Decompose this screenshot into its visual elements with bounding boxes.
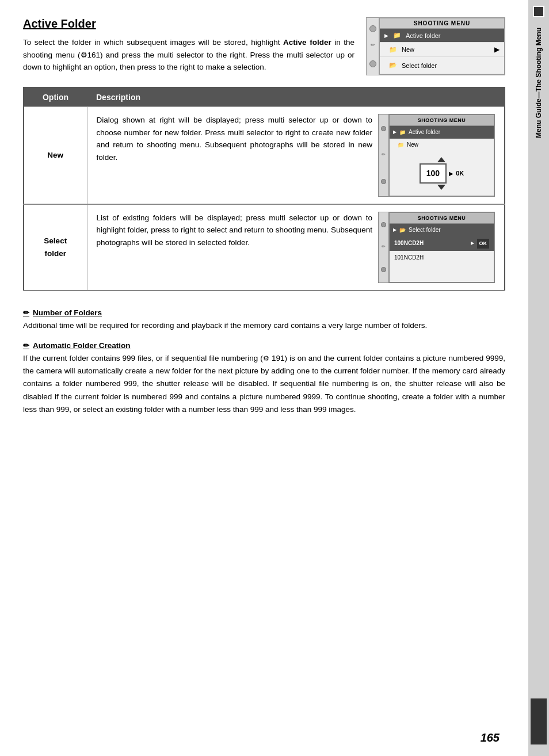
note-2-title: Automatic Folder Creation [33,341,131,350]
select-folder-icon: 📂 [389,62,397,69]
notes-section: ✏ Number of Folders Additional time will… [23,308,505,417]
side-circle-icon-2 [369,60,376,67]
intro-paragraph: To select the folder in which subsequent… [23,36,354,74]
select-camera-menu: SHOOTING MENU ▶ 📂 Select folder 100NCD2H… [388,212,495,283]
side-pencil-icon: ✏ [371,42,375,48]
settings-icon: ⚙ [81,51,87,59]
arrow-controls: 100 ▶ 0K [420,156,464,190]
new-folder-icon: 📁 [389,46,397,54]
page-title: Active Folder [23,17,354,30]
note-1-title: Number of Folders [33,308,102,317]
top-camera-menu-wrapper: ✏ SHOOTING MENU ▶ 📁 Active folder 📁 New … [366,17,505,75]
top-camera-menu: SHOOTING MENU ▶ 📁 Active folder 📁 New ▶ … [379,17,505,75]
top-menu-new-label: New [402,46,490,53]
small-side-icons-new: ✏ [378,114,388,197]
play-icon-2: ▶ [393,227,396,234]
small-dot-2 [381,179,386,184]
table-row-new: New Dialog shown at right will be displa… [24,107,505,204]
ref-num: 161 [87,51,101,59]
option-select-folder-description-cell: List of existing folders will be display… [87,204,505,291]
page-container: Active Folder To select the folder in wh… [0,0,549,756]
option-new-label: New [24,107,87,204]
folder-icon-small: 📁 [399,128,406,136]
small-dot-3 [381,222,386,227]
new-camera-menu-wrapper: ✏ SHOOTING MENU ▶ 📁 Active folder [378,114,495,197]
number-row: 100 ▶ 0K [420,163,464,183]
intro-text-1: To select the folder in which subsequent… [23,38,283,47]
note-automatic-folder: ✏ Automatic Folder Creation If the curre… [23,341,505,416]
select-menu-101ncd2h-row: 101NCD2H [390,251,494,265]
note-pencil-icon-1: ✏ [23,308,29,317]
note-1-header: ✏ Number of Folders [23,308,505,317]
note-1-text: Additional time will be required for rec… [23,319,505,332]
play-arrow-icon: ▶ [384,33,388,39]
top-section: Active Folder To select the folder in wh… [23,17,505,75]
select-cell-content: List of existing folders will be display… [97,212,495,283]
note-2-text: If the current folder contains 999 files… [23,352,505,416]
select-camera-menu-wrapper: ✏ SHOOTING MENU ▶ 📂 Select folder [378,212,495,283]
new-folder-icon-small: 📁 [398,141,404,149]
table-row-select-folder: Select folder List of existing folders w… [24,204,505,291]
settings-icon-note: ⚙ [263,354,269,362]
small-pencil-icon-2: ✏ [382,243,386,251]
note-2-header: ✏ Automatic Folder Creation [23,341,505,350]
small-side-icons-select: ✏ [378,212,388,283]
arrow-down-icon [437,185,445,190]
top-menu-active-folder-label: Active folder [406,32,500,39]
new-description-text: Dialog shown at right will be displayed;… [97,114,373,163]
right-sidebar: Menu Guide—The Shooting Menu [528,0,549,756]
sidebar-vertical-text: Menu Guide—The Shooting Menu [535,28,543,138]
top-menu-new-row: 📁 New ▶ [380,43,504,57]
folder-icon: 📁 [393,32,401,39]
select-menu-label: Select folder [409,226,441,235]
select-folder-menu-icon: 📂 [399,226,406,234]
page-number: 165 [481,731,500,744]
option-select-folder-label: Select folder [24,204,87,291]
number-display: 100 ▶ 0K [390,151,494,195]
table-header-row: Option Description [24,87,505,107]
top-menu-header: SHOOTING MENU [380,18,504,29]
top-menu-select-folder-label: Select folder [402,62,500,69]
folder-101: 101NCD2H [394,253,424,262]
right-arrow-icon: ▶ [494,45,500,54]
new-cell-content: Dialog shown at right will be displayed;… [97,114,495,197]
select-menu-100ncd2h-row: 100NCD2H ▶ OK [390,236,494,250]
options-table: Option Description New Dialog shown at r… [23,87,505,291]
top-menu-active-folder-row: ▶ 📁 Active folder [380,29,504,43]
menu-spacer [390,265,494,282]
small-pencil-icon: ✏ [382,151,386,159]
new-menu-active-folder-label: Active folder [409,128,440,137]
small-dot-4 [381,267,386,272]
main-content: Active Folder To select the folder in wh… [0,0,528,756]
select-menu-active-row: ▶ 📂 Select folder [390,224,494,236]
folder-100: 100NCD2H [394,239,468,248]
select-description-text: List of existing folders will be display… [97,212,373,249]
small-dot-1 [381,126,386,131]
note-pencil-icon-2: ✏ [23,341,29,350]
ok-select-label: OK [477,239,490,248]
new-menu-new-sub-row: 📁 New [390,139,494,151]
play-icon: ▶ [393,129,396,136]
arrow-right-number-icon: ▶ [449,169,453,178]
side-circle-icon-1 [369,25,376,32]
col-description-header: Description [87,87,505,107]
arrow-up-icon [437,157,445,162]
ok-label: 0K [456,169,464,179]
number-box: 100 [420,163,447,183]
new-camera-menu: SHOOTING MENU ▶ 📁 Active folder 📁 New [388,114,495,197]
select-menu-header: SHOOTING MENU [390,213,494,224]
sidebar-icon [533,6,544,17]
new-menu-header: SHOOTING MENU [390,115,494,126]
option-new-description-cell: Dialog shown at right will be displayed;… [87,107,505,204]
camera-side-icons: ✏ [366,17,379,75]
top-menu-select-folder-row: 📂 Select folder [380,57,504,74]
select-folder-label: Select folder [44,236,67,258]
new-menu-active-folder-row: ▶ 📁 Active folder [390,126,494,139]
sidebar-dark-block [531,698,547,744]
arrow-right-select: ▶ [471,240,474,247]
intro-bold: Active folder [283,38,331,47]
col-option-header: Option [24,87,87,107]
intro-section: Active Folder To select the folder in wh… [23,17,354,75]
note-number-of-folders: ✏ Number of Folders Additional time will… [23,308,505,332]
new-menu-new-label: New [407,140,418,150]
